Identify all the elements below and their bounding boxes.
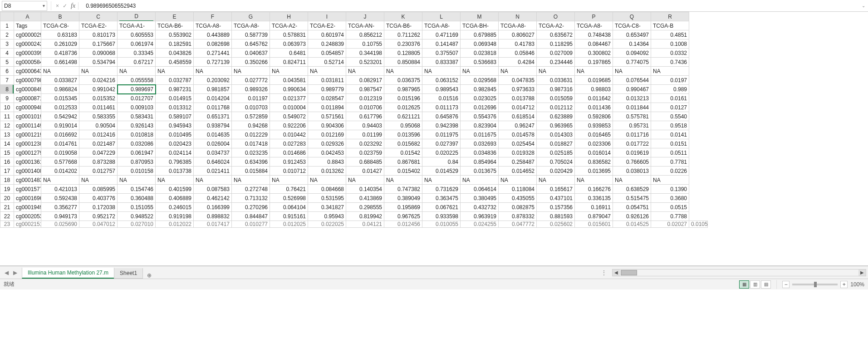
cell[interactable]: 0.942398 xyxy=(422,121,461,130)
cell[interactable]: 0.019328 xyxy=(499,148,537,157)
cell[interactable]: 0.523201 xyxy=(346,58,384,67)
cell[interactable]: NA xyxy=(384,67,422,76)
tab-scroll-right-icon[interactable]: ▶ xyxy=(11,270,19,276)
cell[interactable]: 0.082698 xyxy=(194,39,232,49)
cell[interactable]: 0.084467 xyxy=(575,39,613,49)
cell[interactable]: 0.713132 xyxy=(232,194,270,203)
cell[interactable]: 0.151055 xyxy=(118,203,156,212)
cell[interactable]: 0.012416 xyxy=(79,130,118,139)
cell[interactable]: cg0000584 xyxy=(14,58,41,67)
cell[interactable]: NA xyxy=(613,176,651,185)
cell[interactable]: 0.912453 xyxy=(270,157,308,167)
cell[interactable]: 0.471169 xyxy=(422,30,461,39)
cell[interactable]: 0.025690 xyxy=(41,221,79,228)
row-header-16[interactable]: 16 xyxy=(0,157,14,167)
cell[interactable]: 0.246015 xyxy=(156,203,194,212)
cell[interactable]: 0.04121 xyxy=(346,221,384,228)
cell[interactable]: 0.014578 xyxy=(499,130,537,139)
cell[interactable]: 0.014303 xyxy=(537,130,575,139)
cell[interactable]: 0.991042 xyxy=(79,85,118,94)
cell[interactable]: 0.824711 xyxy=(270,58,308,67)
cell[interactable]: 0.41783 xyxy=(499,39,537,49)
cell[interactable]: 0.094092 xyxy=(613,49,651,58)
cell[interactable]: 0.047772 xyxy=(499,221,537,228)
row-header-18[interactable]: 18 xyxy=(0,176,14,185)
cell[interactable]: cg0000242 xyxy=(14,39,41,49)
cell[interactable]: 0.981857 xyxy=(194,85,232,94)
cell[interactable]: 0.012025 xyxy=(270,221,308,228)
column-header-H[interactable]: H xyxy=(270,12,308,21)
cell[interactable]: 0.023818 xyxy=(461,49,499,58)
view-page-layout-icon[interactable]: ▥ xyxy=(750,280,760,289)
cell[interactable]: 0.63183 xyxy=(41,30,79,39)
cell[interactable]: 0.014529 xyxy=(422,167,461,176)
cell[interactable]: 0.011675 xyxy=(461,130,499,139)
cell[interactable]: TCGA-B6- xyxy=(156,21,194,30)
cell[interactable]: TCGA-A8- xyxy=(232,21,270,30)
cell[interactable]: TCGA-A2- xyxy=(537,21,575,30)
cell[interactable]: 0.064104 xyxy=(270,203,308,212)
cell[interactable]: 0.94268 xyxy=(232,121,270,130)
cell[interactable]: 0.904306 xyxy=(308,121,346,130)
cell[interactable]: 0.5540 xyxy=(651,112,689,121)
cell[interactable]: 0.029326 xyxy=(308,139,346,148)
cell[interactable]: 0.583355 xyxy=(79,112,118,121)
cell[interactable]: TCGA-C8- xyxy=(613,21,651,30)
cell[interactable]: 0.011173 xyxy=(422,103,461,112)
cell[interactable]: 0.157356 xyxy=(537,203,575,212)
cell[interactable]: NA xyxy=(79,67,118,76)
cell[interactable]: 0.02027 xyxy=(651,221,689,228)
cell[interactable]: 0.774075 xyxy=(613,58,651,67)
cell[interactable]: 0.989543 xyxy=(422,85,461,94)
cell[interactable]: 0.011768 xyxy=(194,103,232,112)
cell[interactable]: 0.95068 xyxy=(384,121,422,130)
cell[interactable]: 0.95731 xyxy=(613,121,651,130)
cell[interactable]: 0.536683 xyxy=(461,58,499,67)
cell[interactable]: 0.076544 xyxy=(613,76,651,85)
cell[interactable]: 0.94403 xyxy=(346,121,384,130)
cell[interactable]: 0.577668 xyxy=(41,157,79,167)
cell[interactable]: 0.413869 xyxy=(346,194,384,203)
cell[interactable]: 0.938794 xyxy=(194,121,232,130)
cell[interactable]: 0.014635 xyxy=(194,130,232,139)
cell[interactable]: NA xyxy=(499,176,537,185)
cell[interactable]: 0.939853 xyxy=(575,121,613,130)
cell[interactable]: 0.651371 xyxy=(194,112,232,121)
cell[interactable]: cg0001577 xyxy=(14,185,41,194)
cell[interactable]: 0.989779 xyxy=(308,85,346,94)
cell[interactable]: 0.019619 xyxy=(613,148,651,157)
cell[interactable]: 0.175667 xyxy=(79,39,118,49)
cell[interactable]: 0.032693 xyxy=(461,139,499,148)
cell[interactable]: 0.9518 xyxy=(651,121,689,130)
cell[interactable]: NA xyxy=(537,67,575,76)
cell[interactable]: 0.015884 xyxy=(232,167,270,176)
cell[interactable]: 0.747382 xyxy=(384,185,422,194)
cell[interactable]: cg0000940 xyxy=(14,103,41,112)
cell[interactable]: 0.028547 xyxy=(308,94,346,103)
tab-splitter-icon[interactable]: ⋮ xyxy=(598,269,610,276)
cell[interactable]: 0.034836 xyxy=(461,148,499,157)
cell[interactable]: 0.166276 xyxy=(575,185,613,194)
cell[interactable]: 0.029568 xyxy=(461,76,499,85)
cell[interactable]: 0.572859 xyxy=(232,112,270,121)
cell[interactable]: 0.011436 xyxy=(575,103,613,112)
cell[interactable]: 0.023292 xyxy=(346,139,384,148)
cell[interactable]: TCGA-A2- xyxy=(270,21,308,30)
cell[interactable]: 0.063973 xyxy=(270,39,308,49)
cell[interactable]: 0.014761 xyxy=(41,139,79,148)
cell[interactable]: 0.810173 xyxy=(79,30,118,39)
cell[interactable]: cg0001483 xyxy=(14,176,41,185)
cell[interactable]: 0.166399 xyxy=(194,203,232,212)
cell[interactable]: 0.989697 xyxy=(118,85,156,94)
cell[interactable]: 0.014204 xyxy=(194,94,232,103)
zoom-slider[interactable] xyxy=(792,284,838,285)
fx-icon[interactable]: fx xyxy=(71,2,78,10)
cell[interactable]: 0.154746 xyxy=(118,185,156,194)
cell[interactable]: 0.013738 xyxy=(156,167,194,176)
sheet-tab-active[interactable]: Illumina Human Methylation 27.m xyxy=(22,268,114,279)
cell[interactable]: 0.261029 xyxy=(41,39,79,49)
cell[interactable]: NA xyxy=(41,176,79,185)
cell[interactable]: 0.05846 xyxy=(499,49,537,58)
cell[interactable]: 0.6481 xyxy=(270,49,308,58)
cell[interactable]: 0.270296 xyxy=(232,203,270,212)
